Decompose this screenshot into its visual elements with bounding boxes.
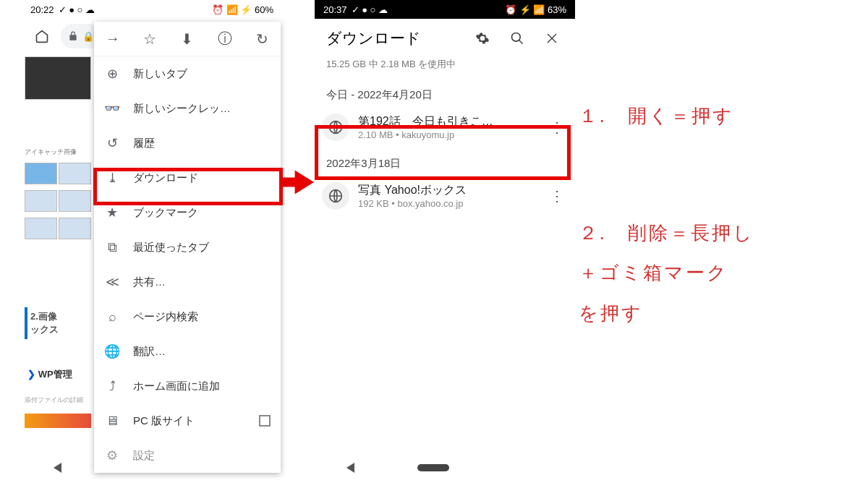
globe-icon	[322, 182, 349, 210]
find-icon: ⌕	[104, 309, 120, 325]
status-left-icons: ✓ ● ○ ☁	[59, 4, 95, 15]
status-right-icons: ⏰ 📶 ⚡ 60%	[212, 4, 273, 15]
downloads-title: ダウンロード	[323, 28, 462, 48]
menu-recent-tabs[interactable]: ⧉ 最近使ったタブ	[94, 230, 281, 265]
incognito-icon: 👓	[104, 100, 120, 116]
page-background: アイキャッチ画像 2.画像 ックス ❯ WP管理 添付ファイルの詳細	[22, 53, 94, 431]
nav-bar-right	[315, 457, 575, 479]
translate-icon: 🌐	[104, 343, 120, 359]
annotations: １. 開く＝押す ２. 削除＝長押し ＋ゴミ箱マーク を押す	[579, 101, 754, 338]
item-menu-icon[interactable]: ⋮	[546, 187, 568, 205]
close-icon[interactable]	[537, 24, 566, 53]
bg-link-image: 2.画像 ックス	[25, 307, 91, 339]
home-icon[interactable]	[27, 22, 56, 51]
bookmark-icon: ★	[104, 205, 120, 221]
desktop-checkbox[interactable]	[259, 415, 271, 427]
forward-icon[interactable]: →	[98, 25, 127, 53]
plus-icon: ⊕	[104, 66, 120, 82]
phone-left: 20:22 ✓ ● ○ ☁ ⏰ 📶 ⚡ 60% 🔒 c アイキャッチ画像 2.画…	[22, 0, 282, 484]
status-time: 20:37	[323, 4, 347, 15]
gear-icon: ⚙	[104, 448, 120, 463]
status-bar-left: 20:22 ✓ ● ○ ☁ ⏰ 📶 ⚡ 60%	[22, 0, 282, 19]
recent-tabs-icon: ⧉	[104, 240, 120, 255]
status-bar-right: 20:37 ✓ ● ○ ☁ ⏰ ⚡ 📶 63%	[315, 0, 575, 19]
menu-add-home[interactable]: ⤴ ホーム画面に追加	[94, 369, 281, 403]
section-today: 今日 - 2022年4月20日	[315, 78, 575, 108]
info-icon[interactable]: ⓘ	[210, 25, 239, 53]
status-right-icons: ⏰ ⚡ 📶 63%	[505, 4, 566, 15]
menu-history[interactable]: ↺ 履歴	[94, 126, 281, 160]
status-time: 20:22	[30, 4, 54, 15]
share-icon: ≪	[104, 274, 120, 290]
menu-share[interactable]: ≪ 共有…	[94, 265, 281, 299]
desktop-icon: 🖥	[104, 414, 120, 429]
highlight-box-menu	[93, 168, 283, 205]
history-icon: ↺	[104, 135, 120, 151]
menu-toolbar: → ☆ ⬇ ⓘ ↻	[94, 22, 281, 56]
svg-point-0	[512, 33, 521, 42]
gear-icon[interactable]	[468, 24, 497, 53]
menu-find[interactable]: ⌕ ページ内検索	[94, 299, 281, 334]
star-icon[interactable]: ☆	[135, 25, 164, 53]
menu-new-tab[interactable]: ⊕ 新しいタブ	[94, 56, 281, 91]
phone-right: 20:37 ✓ ● ○ ☁ ⏰ ⚡ 📶 63% ダウンロード 15.25 GB …	[315, 0, 575, 484]
annotation-2c: を押す	[579, 299, 754, 329]
download-item-2[interactable]: 写真 Yahoo!ボックス 192 KB • box.yahoo.co.jp ⋮	[315, 176, 575, 215]
menu-desktop[interactable]: 🖥 PC 版サイト	[94, 403, 281, 438]
menu-translate[interactable]: 🌐 翻訳…	[94, 334, 281, 369]
menu-settings[interactable]: ⚙ 設定	[94, 438, 281, 473]
menu-incognito[interactable]: 👓 新しいシークレッ…	[94, 91, 281, 126]
annotation-2b: ＋ゴミ箱マーク	[579, 258, 754, 288]
downloads-header: ダウンロード	[315, 19, 575, 58]
bg-link-wp: ❯ WP管理	[25, 365, 91, 384]
status-left-icons: ✓ ● ○ ☁	[352, 4, 388, 15]
nav-home-icon[interactable]	[417, 464, 449, 471]
download-icon[interactable]: ⬇	[173, 25, 202, 53]
item-sub: 192 KB • box.yahoo.co.jp	[358, 198, 537, 209]
search-icon[interactable]	[503, 24, 532, 53]
annotation-2a: ２. 削除＝長押し	[579, 218, 754, 249]
highlight-box-item	[315, 125, 571, 180]
annotation-1: １. 開く＝押す	[579, 101, 754, 132]
storage-usage: 15.25 GB 中 2.18 MB を使用中	[315, 58, 575, 78]
item-title: 写真 Yahoo!ボックス	[358, 183, 537, 198]
nav-back-icon[interactable]	[346, 463, 354, 473]
add-home-icon: ⤴	[104, 379, 120, 394]
svg-line-1	[519, 40, 523, 44]
nav-back-icon[interactable]	[54, 463, 61, 473]
browser-menu: → ☆ ⬇ ⓘ ↻ ⊕ 新しいタブ 👓 新しいシークレッ… ↺ 履歴 ⤓ ダウン…	[94, 22, 281, 473]
reload-icon[interactable]: ↻	[247, 25, 276, 53]
